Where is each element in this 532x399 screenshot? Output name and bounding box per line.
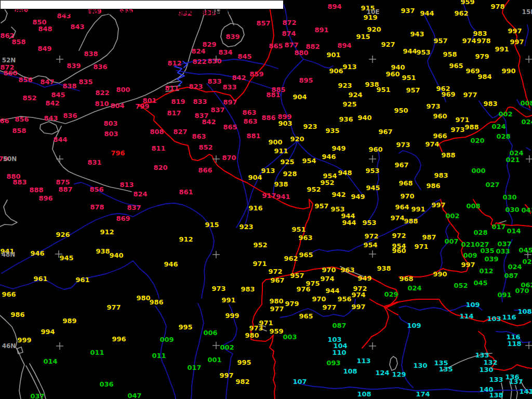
station-value: 958	[443, 51, 457, 58]
station-value: 999	[225, 312, 239, 319]
station-value: 803	[104, 130, 118, 137]
station-value: 118	[507, 340, 521, 347]
station-value: 024	[407, 285, 421, 291]
station-value: 967	[394, 162, 408, 168]
grid-cross	[369, 342, 376, 350]
station-value: 949	[357, 275, 371, 282]
coastline	[390, 356, 397, 370]
station-value: 960	[392, 247, 406, 254]
grid-cross	[526, 155, 532, 163]
station-value: 991	[411, 206, 425, 212]
station-value: 990	[501, 68, 515, 74]
station-value: 904	[292, 94, 307, 100]
station-value: 977	[107, 304, 121, 311]
station-value: 839	[225, 33, 240, 40]
station-value: 830	[207, 58, 221, 64]
station-value: 925	[342, 101, 356, 108]
station-value: 949	[331, 145, 345, 152]
grid-cross	[369, 56, 376, 63]
station-value: 045	[518, 247, 532, 254]
station-value: 831	[87, 159, 101, 166]
station-value: 901	[326, 51, 340, 58]
station-value: 936	[339, 116, 353, 123]
station-value: 011	[152, 352, 166, 359]
station-value: 863	[243, 118, 257, 125]
station-value: 960	[368, 146, 382, 153]
station-value: 948	[338, 169, 352, 176]
grid-coordinate-label: 10E	[367, 9, 380, 15]
station-value: 070	[515, 287, 529, 294]
station-value: 912	[179, 236, 193, 243]
station-value: 978	[490, 3, 504, 10]
station-value: 920	[367, 26, 381, 33]
station-value: 858	[12, 127, 26, 134]
station-value: 844	[53, 136, 67, 143]
grid-cross	[56, 155, 63, 163]
station-value: 970	[312, 296, 326, 302]
station-value: 132	[483, 359, 497, 366]
station-value: 978	[476, 37, 490, 44]
grid-cross	[56, 342, 63, 350]
station-value: 966	[433, 132, 447, 139]
country-border	[270, 335, 275, 399]
station-value: 950	[394, 107, 408, 114]
station-value: 002	[445, 212, 459, 219]
station-value: 987	[422, 234, 436, 241]
station-value: 833	[207, 78, 221, 85]
station-value: 994	[41, 328, 55, 335]
country-border	[502, 0, 530, 108]
station-value: 983	[434, 172, 448, 179]
station-value: 973	[426, 103, 440, 110]
station-value: 974	[320, 275, 334, 282]
station-value: 926	[56, 231, 70, 238]
station-value: 923	[303, 123, 317, 130]
station-value: 108	[357, 391, 371, 397]
station-value: 974	[390, 215, 404, 221]
station-value: 979	[475, 53, 489, 60]
station-value: 960	[433, 113, 447, 119]
station-value: 842	[232, 74, 246, 81]
station-value: 900	[268, 139, 282, 145]
station-value: 904	[248, 174, 262, 181]
station-value: 108	[517, 308, 531, 315]
station-value: 878	[90, 204, 104, 210]
station-value: 959	[269, 328, 283, 335]
station-value: 029	[522, 258, 532, 265]
station-value: 968	[399, 275, 413, 282]
station-value: 995	[237, 359, 251, 366]
station-value: 968	[398, 180, 413, 187]
station-value: 822	[95, 89, 109, 96]
station-value: 895	[299, 77, 313, 84]
station-value: 971	[414, 243, 428, 250]
grid-coordinate-label: 15E	[522, 9, 532, 15]
station-value: 969	[441, 91, 455, 98]
station-value: 967	[378, 128, 392, 135]
station-value: 906	[329, 68, 343, 74]
grid-cross	[369, 155, 376, 163]
station-value: 024	[521, 118, 532, 125]
station-value: 986	[426, 182, 440, 189]
station-value: 863	[192, 133, 206, 140]
station-value: 000	[471, 167, 485, 174]
station-value: 967	[270, 277, 284, 284]
station-value: 866	[0, 117, 9, 124]
station-value: 997	[351, 303, 365, 310]
station-value: 875	[56, 179, 70, 185]
station-value: 874	[282, 30, 296, 37]
station-value: 865	[269, 43, 283, 49]
station-value: 037	[497, 241, 511, 247]
station-value: 087	[504, 272, 518, 279]
station-value: 002	[220, 344, 234, 351]
station-value: 799	[135, 103, 149, 110]
station-value: 881	[246, 132, 260, 139]
station-value: 963	[340, 267, 354, 273]
station-value: 945	[59, 255, 73, 261]
station-value: 861	[179, 189, 193, 195]
station-value: 008	[466, 203, 480, 209]
station-value: 997	[508, 28, 522, 34]
station-value: 819	[171, 98, 185, 105]
station-value: 980	[269, 298, 283, 304]
station-value: 913	[342, 63, 356, 70]
station-value: 848	[38, 25, 52, 32]
station-value: 963	[298, 234, 312, 241]
